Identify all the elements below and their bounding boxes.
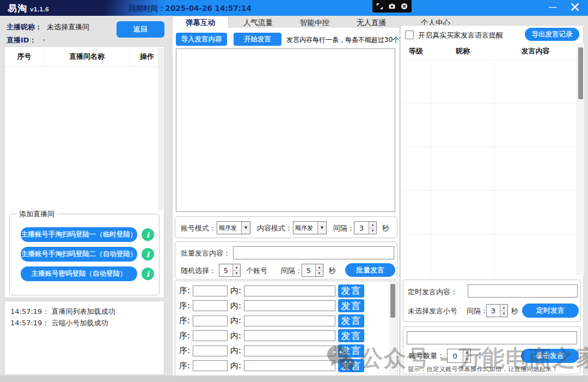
- content-input[interactable]: [244, 345, 335, 356]
- content-input[interactable]: [244, 286, 335, 296]
- seq-input[interactable]: [193, 345, 228, 356]
- records-scroll-thumb[interactable]: [578, 47, 583, 99]
- records-table-row: [401, 234, 577, 277]
- burst-tip-text: 提示：自定义账号弹幕操作式加倍，让直播间燃起来！: [408, 365, 558, 373]
- content-input[interactable]: [244, 330, 335, 341]
- spinner-down-icon[interactable]: ▼: [500, 311, 507, 317]
- import-content-button[interactable]: 导入发言内容: [176, 33, 227, 46]
- send-speak-button[interactable]: 发言: [338, 284, 364, 298]
- batch-content-input[interactable]: [233, 246, 394, 259]
- timed-content-input[interactable]: [468, 284, 578, 298]
- send-speak-button[interactable]: 发言: [338, 344, 364, 357]
- content-input[interactable]: [244, 300, 335, 311]
- seq-label: 序:: [179, 286, 190, 296]
- close-circle-icon[interactable]: [401, 3, 408, 10]
- account-mode-select[interactable]: 顺序发▼: [217, 221, 250, 234]
- chevron-down-icon[interactable]: ▼: [317, 222, 326, 234]
- seq-input[interactable]: [193, 316, 228, 326]
- content-hint: 发言内容每行一条，每条不能超过30个字: [286, 35, 406, 45]
- info-icon[interactable]: i: [142, 248, 154, 260]
- room-table-header-name: 直播间名称: [44, 47, 130, 66]
- title-bar: 易淘v1.1.6 到期时间：2025-04-26 14:57:14 — ✕: [0, 0, 588, 16]
- records-header-level: 等级: [401, 43, 431, 59]
- send-speak-button[interactable]: 发言: [338, 329, 364, 342]
- seq-label: 序:: [179, 345, 190, 356]
- spinner-up-icon[interactable]: ▲: [316, 264, 323, 271]
- spinner-up-icon[interactable]: ▲: [369, 222, 376, 228]
- export-records-button[interactable]: 导出发言记录: [525, 28, 579, 41]
- burst-content-input[interactable]: [407, 331, 577, 344]
- spinner-up-icon[interactable]: ▲: [500, 305, 507, 311]
- burst-count-spinner[interactable]: 0 ▲▼: [447, 349, 471, 363]
- timed-speak-groupbox: 定时发言内容： 未选择发言小号 间隔： 3 ▲▼ 秒 定时发言: [403, 280, 581, 322]
- spinner-down-icon[interactable]: ▼: [369, 228, 376, 234]
- speak-content-textarea[interactable]: [176, 48, 395, 212]
- tab-unmanned-live[interactable]: 无人直播: [343, 17, 400, 28]
- spinner-down-icon[interactable]: ▼: [233, 271, 240, 277]
- content-input[interactable]: [244, 360, 335, 371]
- batch-speak-button[interactable]: 批量发言: [345, 263, 395, 277]
- spinner-down-icon[interactable]: ▼: [316, 271, 323, 277]
- content-input[interactable]: [244, 316, 335, 326]
- add-room-legend: 添加直播间: [16, 209, 57, 219]
- batch-interval-label: 间隔：: [281, 266, 302, 276]
- burst-speak-button[interactable]: 暴击发言: [521, 349, 579, 363]
- login-scan-auto-button[interactable]: 主播账号手淘扫码登陆二（自动登陆）: [21, 247, 137, 262]
- spinner-down-icon[interactable]: ▼: [463, 356, 470, 363]
- login-password-button[interactable]: 主播账号密码登陆（自动登陆）: [21, 266, 137, 281]
- log-line: 14:57:19： 云端小号加载成功: [10, 317, 158, 329]
- back-button[interactable]: 返回: [117, 21, 164, 38]
- seq-label: 序:: [179, 301, 190, 311]
- anchor-nickname-label: 主播昵称：: [7, 22, 42, 32]
- seq-label: 序:: [179, 361, 190, 371]
- timed-interval-label: 间隔：: [467, 306, 488, 316]
- mode-groupbox: 账号模式： 顺序发▼ 内容模式： 顺序发▼ 间隔： 3 ▲▼ 秒: [175, 216, 397, 238]
- room-list-scrollbar[interactable]: [158, 47, 163, 211]
- send-speak-button[interactable]: 发言: [338, 314, 364, 328]
- interval-spinner[interactable]: 3 ▲▼: [354, 221, 377, 234]
- records-scrollbar[interactable]: [577, 43, 584, 275]
- info-icon[interactable]: i: [142, 228, 154, 241]
- expiry-time-label: 到期时间：2025-04-26 14:57:14: [128, 4, 252, 14]
- send-speak-button[interactable]: 发言: [338, 359, 364, 372]
- timed-interval-spinner[interactable]: 3 ▲▼: [486, 304, 508, 317]
- content-label: 内:: [230, 301, 241, 311]
- chevron-down-icon[interactable]: ▼: [241, 222, 250, 234]
- spinner-up-icon[interactable]: ▲: [463, 349, 470, 356]
- tab-danmu-interact[interactable]: 弹幕互动: [172, 16, 229, 28]
- content-mode-select[interactable]: 顺序发▼: [293, 221, 327, 234]
- seq-input[interactable]: [193, 300, 228, 311]
- room-id-label: 直播ID：: [7, 35, 36, 45]
- timed-speak-button[interactable]: 定时发言: [522, 304, 579, 318]
- resize-icon[interactable]: [376, 3, 383, 10]
- add-room-groupbox: 添加直播间 主播账号手淘扫码登陆一（临时登陆） i 主播账号手淘扫码登陆二（自动…: [9, 214, 160, 295]
- close-button[interactable]: ✕: [563, 0, 587, 15]
- login-scan-temp-button[interactable]: 主播账号手淘扫码登陆一（临时登陆）: [21, 227, 137, 242]
- camera-icon[interactable]: [388, 3, 396, 10]
- app-name: 易淘: [8, 3, 27, 14]
- speak-list-scrollbar[interactable]: [389, 282, 396, 375]
- app-window: 易淘v1.1.6 到期时间：2025-04-26 14:57:14 — ✕ 弹幕…: [0, 0, 588, 382]
- timed-status-text: 未选择发言小号: [408, 306, 457, 316]
- voice-alert-checkbox[interactable]: [405, 31, 414, 39]
- info-icon[interactable]: i: [142, 268, 154, 280]
- spinner-up-icon[interactable]: ▲: [233, 264, 240, 271]
- seq-input[interactable]: [193, 360, 228, 371]
- app-version: v1.1.6: [30, 7, 49, 13]
- random-count-spinner[interactable]: 5 ▲▼: [219, 264, 241, 277]
- start-speak-button[interactable]: 开始发言: [234, 33, 281, 46]
- send-speak-button[interactable]: 发言: [338, 299, 364, 312]
- records-table-row: [401, 103, 577, 147]
- seq-input[interactable]: [193, 330, 228, 341]
- speak-row: 序: 内: 发言: [176, 313, 388, 329]
- tab-smart-control[interactable]: 智能中控: [286, 17, 343, 28]
- minimize-button[interactable]: —: [543, 2, 562, 12]
- burst-count-value: 0: [448, 349, 463, 362]
- records-header-content: 发言内容: [494, 43, 577, 59]
- seq-label: 序:: [179, 316, 190, 326]
- content-label: 内:: [230, 361, 241, 371]
- seq-input[interactable]: [193, 286, 228, 296]
- tab-popularity-flow[interactable]: 人气流量: [230, 17, 286, 28]
- batch-interval-spinner[interactable]: 5 ▲▼: [302, 264, 323, 277]
- speak-list-scroll-thumb[interactable]: [390, 284, 395, 318]
